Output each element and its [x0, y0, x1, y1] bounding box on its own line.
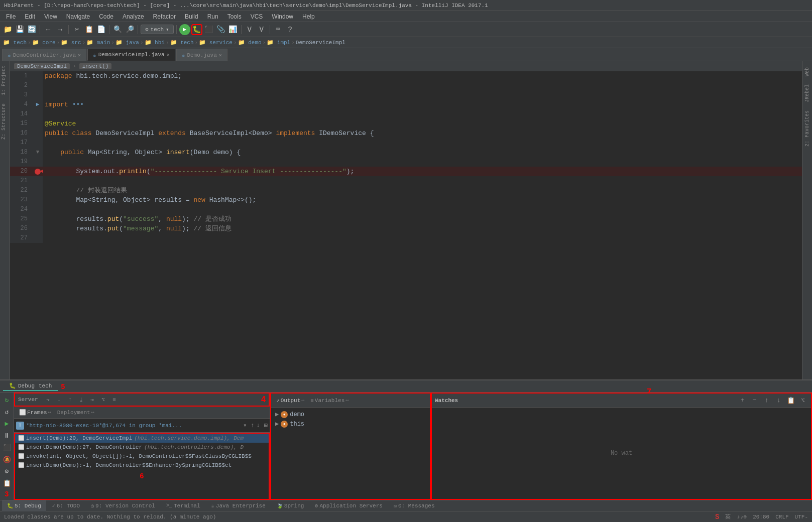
sidebar-project[interactable]: 1: Project [0, 61, 10, 99]
tab-demo-close[interactable]: ✕ [219, 52, 222, 58]
bottom-tab-todo[interactable]: ✓ 6: TODO [47, 500, 85, 511]
stack-frame-3[interactable]: ⬜ insertDemo(Demo):-1, DemoController$$E… [15, 461, 269, 470]
server-tb-force-step-into[interactable]: ⤓ [76, 395, 86, 405]
toolbar-cut-btn[interactable]: ✂ [71, 24, 82, 35]
thread-up[interactable]: ↑ [251, 422, 254, 429]
thread-dropdown[interactable]: ▾ [243, 422, 247, 429]
debug-mute-btn[interactable]: 🔕 [2, 454, 13, 465]
toolbar-save-btn[interactable]: 💾 [14, 24, 25, 35]
debug-resume-btn[interactable]: ▶ [2, 419, 13, 430]
breadcrumb-tech[interactable]: 📁 tech [3, 39, 27, 46]
thread-filter[interactable]: ⊞ [264, 422, 268, 429]
breadcrumb-techf[interactable]: 📁 tech [170, 39, 194, 46]
tab-demoserviceimpl-close[interactable]: ✕ [167, 52, 170, 58]
var-demo[interactable]: ▶ ● demo [273, 410, 428, 419]
breadcrumb-demo[interactable]: 📁 demo [238, 39, 262, 46]
variables-tab[interactable]: ≡ Variables ↔ [308, 397, 351, 405]
debug-refresh-btn[interactable]: ↺ [2, 407, 13, 418]
toolbar-stop-btn[interactable]: ⬛ [203, 24, 214, 35]
debug-restart-btn[interactable]: ↻ [2, 395, 13, 406]
watches-down-btn[interactable]: ↓ [774, 396, 784, 406]
server-tb-run-to-cursor[interactable]: ⇥ [87, 395, 97, 405]
toolbar-forward-btn[interactable]: → [55, 24, 66, 35]
watches-add-btn[interactable]: + [738, 396, 748, 406]
var-this[interactable]: ▶ ● this [273, 419, 428, 429]
menu-help[interactable]: Help [298, 12, 319, 21]
breadcrumb-core[interactable]: 📁 core [32, 39, 56, 46]
menu-vcs[interactable]: VCS [247, 12, 267, 21]
menu-tools[interactable]: Tools [223, 12, 246, 21]
toolbar-back-btn[interactable]: ← [43, 24, 54, 35]
bottom-tab-javaent[interactable]: ☕ Java Enterprise [206, 500, 271, 511]
bottom-tab-spring[interactable]: 🍃 Spring [272, 500, 309, 511]
toolbar-vcs2-btn[interactable]: V [256, 24, 267, 35]
toolbar-open-btn[interactable]: 📁 [2, 24, 13, 35]
sidebar-favorites[interactable]: 2: Favorites [803, 106, 811, 151]
server-tb-step-into[interactable]: ↓ [54, 395, 64, 405]
bottom-tab-debug[interactable]: 🐛 5: Debug [2, 500, 46, 511]
tab-demo[interactable]: ☕ Demo.java ✕ [176, 49, 227, 61]
bottom-tab-vcs[interactable]: ◷ 9: Version Control [86, 500, 160, 511]
server-tb-eval-expr[interactable]: ⌥ [98, 395, 108, 405]
bottom-tab-messages[interactable]: ✉ 0: Messages [389, 500, 440, 511]
toolbar-debug-run-btn[interactable]: 🐛 [191, 24, 202, 35]
debug-tab-active[interactable]: 🐛 Debug tech [3, 381, 58, 391]
menu-view[interactable]: View [40, 12, 61, 21]
deployment-tab[interactable]: Deployment ↔ [55, 409, 96, 417]
tab-democontroller[interactable]: ☕ DemoController.java ✕ [2, 49, 86, 61]
menu-analyze[interactable]: Analyze [119, 12, 148, 21]
toolbar-config-tag[interactable]: ⚙ tech ▾ [141, 25, 174, 34]
toolbar-help-btn[interactable]: ? [285, 24, 296, 35]
toolbar-paste-btn[interactable]: 📄 [95, 24, 106, 35]
watches-up-btn[interactable]: ↑ [762, 396, 772, 406]
debug-settings-btn[interactable]: ⚙ [2, 466, 13, 477]
menu-run[interactable]: Run [203, 12, 222, 21]
breadcrumb-demoserviceimpl[interactable]: DemoServiceImpl [296, 40, 345, 46]
var-this-arrow[interactable]: ▶ [275, 420, 279, 428]
breadcrumb-impl[interactable]: 📁 impl [267, 39, 290, 46]
toolbar-vcs1-btn[interactable]: V [244, 24, 255, 35]
stack-frame-0[interactable]: ⬜ insert(Demo):20, DemoServiceImpl (hbi.… [15, 434, 269, 443]
toolbar-search-btn[interactable]: 🔍 [112, 24, 123, 35]
debug-pause-btn[interactable]: ⏸ [2, 430, 13, 441]
tab-democontroller-close[interactable]: ✕ [78, 52, 81, 58]
menu-navigate[interactable]: Navigate [62, 12, 94, 21]
method-name-tag[interactable]: insert() [79, 63, 112, 69]
server-tb-show-frames[interactable]: ≡ [109, 395, 120, 405]
menu-file[interactable]: File [2, 12, 20, 21]
watches-remove-btn[interactable]: − [750, 396, 760, 406]
output-tab[interactable]: ↗ Output ↔ [274, 396, 306, 405]
menu-edit[interactable]: Edit [21, 12, 39, 21]
toolbar-terminal-btn[interactable]: ⌨ [273, 24, 284, 35]
frames-tab[interactable]: ⬜ Frames ↔ [17, 408, 53, 417]
watches-copy-btn[interactable]: 📋 [786, 396, 796, 406]
sidebar-web[interactable]: Web [803, 63, 811, 80]
menu-build[interactable]: Build [181, 12, 202, 21]
toolbar-refresh-btn[interactable]: 🔄 [26, 24, 37, 35]
watches-eval-btn[interactable]: ⌥ [798, 396, 808, 406]
tab-demoserviceimpl[interactable]: ☕ DemoServiceImpl.java ✕ [87, 49, 175, 61]
toolbar-replace-btn[interactable]: 🔎 [124, 24, 135, 35]
server-tb-step-over[interactable]: ↷ [43, 395, 53, 405]
breadcrumb-hbi[interactable]: 📁 hbi [145, 39, 165, 46]
breadcrumb-src[interactable]: 📁 src [61, 39, 81, 46]
toolbar-coverage-btn[interactable]: 📊 [227, 24, 239, 35]
menu-window[interactable]: Window [268, 12, 297, 21]
bottom-tab-appservers[interactable]: ⚙ Application Servers [310, 500, 387, 511]
thread-down[interactable]: ↓ [257, 422, 260, 429]
debug-dump-btn[interactable]: 📋 [2, 478, 13, 489]
method-class-tag[interactable]: DemoServiceImpl [14, 63, 70, 69]
toolbar-copy-btn[interactable]: 📋 [83, 24, 94, 35]
sidebar-structure[interactable]: Z: Structure [0, 99, 10, 144]
breadcrumb-main[interactable]: 📁 main [86, 39, 110, 46]
toolbar-attach-btn[interactable]: 📎 [215, 24, 226, 35]
sidebar-jrebel[interactable]: JRebel [803, 80, 811, 106]
menu-code[interactable]: Code [95, 12, 118, 21]
menu-refactor[interactable]: Refactor [149, 12, 180, 21]
debug-stop-btn[interactable]: ⬛ [2, 442, 13, 453]
stack-frame-1[interactable]: ⬜ insertDemo(Demo):27, DemoController (h… [15, 443, 269, 452]
breadcrumb-service[interactable]: 📁 service [199, 39, 233, 46]
toolbar-run-btn[interactable]: ▶ [179, 24, 190, 35]
stack-frame-2[interactable]: ⬜ invoke(int, Object, Object[]):-1, Demo… [15, 452, 269, 461]
breadcrumb-java[interactable]: 📁 java [115, 39, 139, 46]
